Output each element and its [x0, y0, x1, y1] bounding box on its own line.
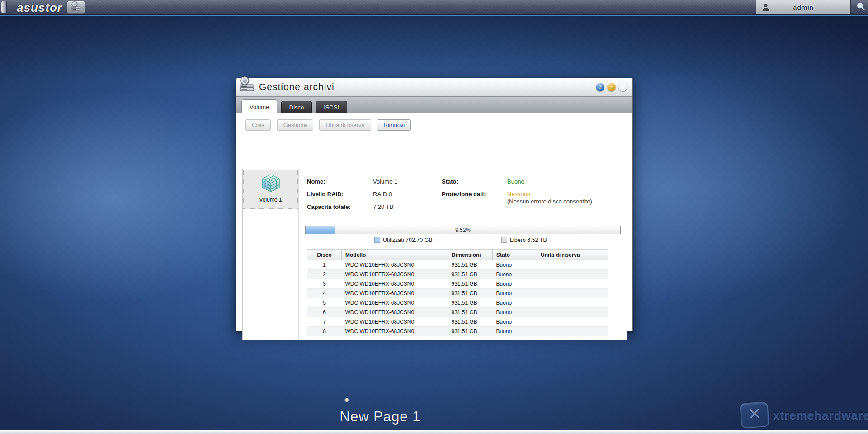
- watermark-x-icon: ✕: [740, 401, 769, 429]
- table-cell: [537, 270, 608, 279]
- table-cell: WDC WD10EFRX-68JCSN0: [342, 289, 448, 298]
- toolbar: Crea Gestione Unità di riserva Rimuovi: [236, 113, 632, 134]
- table-cell: [537, 279, 608, 289]
- table-cell: 1: [307, 260, 342, 270]
- table-cell: WDC WD10EFRX-68JCSN0: [342, 317, 448, 327]
- table-footer-strip: [307, 336, 608, 340]
- table-cell: [537, 327, 608, 336]
- usage-percent: 9.52%: [306, 226, 620, 234]
- table-cell: WDC WD10EFRX-68JCSN0: [342, 308, 448, 317]
- usage-progress-bar: 9.52%: [305, 226, 621, 234]
- tab-strip: Volume Disco iSCSI: [236, 96, 632, 113]
- table-cell: Buono: [493, 298, 537, 308]
- close-button[interactable]: ✕: [618, 83, 627, 91]
- watermark-text: xtremehardware.com: [773, 408, 868, 422]
- storage-manager-window: Gestione archivi ? − ✕ Volume Disco iSCS…: [236, 78, 633, 331]
- nome-value: Volume 1: [373, 178, 397, 185]
- table-cell: WDC WD10EFRX-68JCSN0: [342, 327, 448, 336]
- crea-button[interactable]: Crea: [245, 119, 271, 131]
- table-header-row: Disco Modello Dimensioni Stato Unità di …: [307, 250, 608, 260]
- used-swatch-icon: [374, 237, 380, 243]
- free-legend: Libero 6.52 TB: [501, 237, 547, 243]
- free-swatch-icon: [501, 237, 507, 243]
- used-legend: Utilizzati 702.70 GB: [374, 237, 433, 243]
- table-cell: 931.51 GB: [448, 289, 493, 298]
- col-dimensioni[interactable]: Dimensioni: [448, 250, 493, 260]
- tab-disco[interactable]: Disco: [281, 101, 312, 113]
- minimize-button[interactable]: −: [607, 83, 616, 91]
- window-content: Crea Gestione Unità di riserva Rimuovi: [236, 113, 632, 331]
- unita-di-riserva-button[interactable]: Unità di riserva: [319, 119, 371, 131]
- table-cell: Buono: [493, 317, 537, 327]
- table-cell: 931.51 GB: [448, 270, 493, 279]
- table-cell: 8: [307, 327, 342, 336]
- tab-iscsi[interactable]: iSCSI: [316, 101, 347, 113]
- stato-value: Buono: [507, 178, 524, 185]
- table-cell: [537, 308, 608, 317]
- table-row[interactable]: 5WDC WD10EFRX-68JCSN0931.51 GBBuono: [307, 298, 608, 308]
- table-cell: [537, 298, 608, 308]
- desktop-dot: [344, 398, 349, 402]
- table-row[interactable]: 4WDC WD10EFRX-68JCSN0931.51 GBBuono: [307, 289, 608, 298]
- volume-details: Nome: Volume 1 Livello RAID: RAID 0 Capa…: [299, 169, 627, 340]
- table-cell: [537, 260, 608, 270]
- protezione-note: (Nessun errore disco consentito): [507, 198, 592, 205]
- storage-manager-taskbar-button[interactable]: [67, 1, 85, 14]
- volume-item-label: Volume 1: [244, 197, 297, 203]
- table-row[interactable]: 2WDC WD10EFRX-68JCSN0931.51 GBBuono: [307, 270, 608, 279]
- col-disco[interactable]: Disco: [307, 250, 342, 260]
- search-icon: [856, 1, 866, 13]
- protezione-dati-label: Protezione dati:: [442, 191, 486, 198]
- table-row[interactable]: 6WDC WD10EFRX-68JCSN0931.51 GBBuono: [307, 308, 608, 317]
- table-cell: Buono: [493, 279, 537, 289]
- stato-label: Stato:: [442, 178, 458, 185]
- window-title: Gestione archivi: [259, 81, 335, 92]
- table-cell: 7: [307, 317, 342, 327]
- table-row[interactable]: 8WDC WD10EFRX-68JCSN0931.51 GBBuono: [307, 327, 608, 336]
- desktop-page-label: New Page 1: [340, 409, 421, 425]
- table-row[interactable]: 3WDC WD10EFRX-68JCSN0931.51 GBBuono: [307, 279, 608, 289]
- table-cell: WDC WD10EFRX-68JCSN0: [342, 270, 448, 279]
- volume-panel: Volume 1 Nome: Volume 1 Livello RAID: RA…: [242, 169, 627, 340]
- gestione-button[interactable]: Gestione: [277, 119, 313, 131]
- table-cell: [537, 289, 608, 298]
- col-stato[interactable]: Stato: [493, 250, 537, 260]
- livello-raid-label: Livello RAID:: [307, 191, 344, 198]
- table-cell: 6: [307, 308, 342, 317]
- capacita-totale-label: Capacità totale:: [307, 203, 351, 210]
- table-cell: 931.51 GB: [448, 317, 493, 327]
- table-row[interactable]: 1WDC WD10EFRX-68JCSN0931.51 GBBuono: [307, 260, 608, 270]
- asustor-logo: asustor: [17, 1, 62, 15]
- table-cell: 4: [307, 289, 342, 298]
- user-menu[interactable]: admin: [756, 0, 851, 14]
- window-titlebar[interactable]: Gestione archivi ? − ✕: [236, 78, 632, 96]
- taskbar-grip[interactable]: [1, 1, 7, 13]
- table-row[interactable]: 7WDC WD10EFRX-68JCSN0931.51 GBBuono: [307, 317, 608, 327]
- table-cell: Buono: [493, 270, 537, 279]
- storage-manager-icon: [238, 75, 255, 95]
- rimuovi-button[interactable]: Rimuovi: [377, 119, 411, 131]
- help-button[interactable]: ?: [596, 83, 604, 91]
- user-icon: [761, 2, 771, 14]
- table-cell: 931.51 GB: [448, 279, 493, 289]
- table-cell: 2: [307, 270, 342, 279]
- table-cell: Buono: [493, 260, 537, 270]
- table-cell: Buono: [493, 327, 537, 336]
- col-modello[interactable]: Modello: [342, 250, 448, 260]
- table-cell: WDC WD10EFRX-68JCSN0: [342, 279, 448, 289]
- search-button[interactable]: [854, 0, 868, 14]
- col-unita-di-riserva[interactable]: Unità di riserva: [537, 250, 608, 260]
- volume-cube-icon: [260, 188, 281, 195]
- table-cell: Buono: [493, 289, 537, 298]
- table-cell: WDC WD10EFRX-68JCSN0: [342, 298, 448, 308]
- livello-raid-value: RAID 0: [373, 191, 392, 198]
- tab-volume[interactable]: Volume: [241, 99, 277, 113]
- volume-list: Volume 1: [243, 169, 299, 340]
- protezione-value: Nessuno: [507, 191, 530, 198]
- user-name: admin: [793, 4, 814, 11]
- table-cell: WDC WD10EFRX-68JCSN0: [342, 260, 448, 270]
- table-cell: Buono: [493, 308, 537, 317]
- volume-list-item[interactable]: Volume 1: [243, 170, 298, 209]
- table-cell: 931.51 GB: [448, 260, 493, 270]
- storage-manager-icon: [71, 1, 81, 14]
